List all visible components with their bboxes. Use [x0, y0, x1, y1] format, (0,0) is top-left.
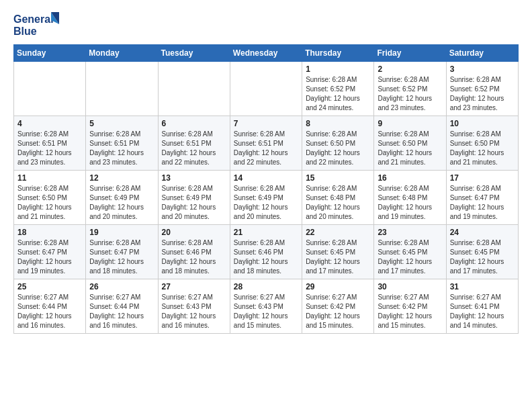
- day-cell-5: 5Sunrise: 6:28 AMSunset: 6:51 PMDaylight…: [86, 116, 158, 171]
- day-cell-25: 25Sunrise: 6:27 AMSunset: 6:44 PMDayligh…: [14, 279, 86, 334]
- day-cell-30: 30Sunrise: 6:27 AMSunset: 6:42 PMDayligh…: [374, 279, 446, 334]
- week-row-1: 1Sunrise: 6:28 AMSunset: 6:52 PMDaylight…: [14, 62, 519, 116]
- week-row-4: 18Sunrise: 6:28 AMSunset: 6:47 PMDayligh…: [14, 225, 519, 279]
- day-info: Sunrise: 6:28 AMSunset: 6:50 PMDaylight:…: [450, 130, 515, 167]
- day-cell-4: 4Sunrise: 6:28 AMSunset: 6:51 PMDaylight…: [14, 116, 86, 171]
- day-number: 12: [89, 173, 154, 183]
- day-cell-14: 14Sunrise: 6:28 AMSunset: 6:49 PMDayligh…: [230, 171, 302, 225]
- day-info: Sunrise: 6:27 AMSunset: 6:44 PMDaylight:…: [17, 293, 82, 330]
- day-info: Sunrise: 6:28 AMSunset: 6:47 PMDaylight:…: [89, 238, 154, 276]
- day-info: Sunrise: 6:28 AMSunset: 6:46 PMDaylight:…: [234, 238, 298, 276]
- day-number: 13: [162, 173, 226, 183]
- day-cell-8: 8Sunrise: 6:28 AMSunset: 6:50 PMDaylight…: [302, 116, 374, 171]
- day-number: 22: [306, 228, 370, 237]
- day-number: 18: [17, 228, 82, 237]
- day-info: Sunrise: 6:28 AMSunset: 6:46 PMDaylight:…: [162, 238, 226, 276]
- logo-svg: GeneralBlue: [13, 11, 60, 39]
- day-info: Sunrise: 6:27 AMSunset: 6:43 PMDaylight:…: [234, 293, 298, 330]
- day-cell-22: 22Sunrise: 6:28 AMSunset: 6:45 PMDayligh…: [302, 225, 374, 279]
- day-info: Sunrise: 6:28 AMSunset: 6:50 PMDaylight:…: [378, 130, 442, 167]
- weekday-header-saturday: Saturday: [446, 45, 518, 62]
- empty-cell: [86, 62, 158, 116]
- day-cell-24: 24Sunrise: 6:28 AMSunset: 6:45 PMDayligh…: [446, 225, 518, 279]
- day-cell-11: 11Sunrise: 6:28 AMSunset: 6:50 PMDayligh…: [14, 171, 86, 225]
- day-number: 29: [306, 282, 370, 291]
- day-number: 16: [378, 173, 442, 183]
- day-info: Sunrise: 6:28 AMSunset: 6:48 PMDaylight:…: [378, 184, 442, 222]
- day-number: 25: [17, 282, 82, 291]
- logo: GeneralBlue: [13, 11, 60, 39]
- day-number: 11: [17, 173, 82, 183]
- day-cell-28: 28Sunrise: 6:27 AMSunset: 6:43 PMDayligh…: [230, 279, 302, 334]
- day-cell-15: 15Sunrise: 6:28 AMSunset: 6:48 PMDayligh…: [302, 171, 374, 225]
- day-cell-3: 3Sunrise: 6:28 AMSunset: 6:52 PMDaylight…: [446, 62, 518, 116]
- svg-text:Blue: Blue: [13, 26, 37, 37]
- day-number: 20: [162, 228, 226, 237]
- day-cell-13: 13Sunrise: 6:28 AMSunset: 6:49 PMDayligh…: [158, 171, 230, 225]
- day-cell-9: 9Sunrise: 6:28 AMSunset: 6:50 PMDaylight…: [374, 116, 446, 171]
- day-cell-17: 17Sunrise: 6:28 AMSunset: 6:47 PMDayligh…: [446, 171, 518, 225]
- day-info: Sunrise: 6:28 AMSunset: 6:45 PMDaylight:…: [378, 238, 442, 276]
- day-info: Sunrise: 6:28 AMSunset: 6:51 PMDaylight:…: [162, 130, 226, 167]
- day-number: 17: [450, 173, 515, 183]
- day-info: Sunrise: 6:28 AMSunset: 6:47 PMDaylight:…: [450, 184, 515, 222]
- day-cell-26: 26Sunrise: 6:27 AMSunset: 6:44 PMDayligh…: [86, 279, 158, 334]
- day-number: 31: [450, 282, 515, 291]
- weekday-header-friday: Friday: [374, 45, 446, 62]
- day-number: 2: [378, 64, 442, 74]
- empty-cell: [230, 62, 302, 116]
- day-info: Sunrise: 6:28 AMSunset: 6:49 PMDaylight:…: [162, 184, 226, 222]
- day-cell-20: 20Sunrise: 6:28 AMSunset: 6:46 PMDayligh…: [158, 225, 230, 279]
- day-cell-31: 31Sunrise: 6:27 AMSunset: 6:41 PMDayligh…: [446, 279, 518, 334]
- day-info: Sunrise: 6:27 AMSunset: 6:41 PMDaylight:…: [450, 293, 515, 330]
- weekday-header-sunday: Sunday: [14, 45, 86, 62]
- header: GeneralBlue: [13, 11, 519, 39]
- day-cell-16: 16Sunrise: 6:28 AMSunset: 6:48 PMDayligh…: [374, 171, 446, 225]
- day-number: 21: [234, 228, 298, 237]
- day-number: 27: [162, 282, 226, 291]
- week-row-3: 11Sunrise: 6:28 AMSunset: 6:50 PMDayligh…: [14, 171, 519, 225]
- day-number: 19: [89, 228, 154, 237]
- day-info: Sunrise: 6:28 AMSunset: 6:49 PMDaylight:…: [89, 184, 154, 222]
- day-info: Sunrise: 6:28 AMSunset: 6:51 PMDaylight:…: [234, 130, 298, 167]
- weekday-header-monday: Monday: [86, 45, 158, 62]
- empty-cell: [158, 62, 230, 116]
- day-number: 14: [234, 173, 298, 183]
- page: GeneralBlue SundayMondayTuesdayWednesday…: [0, 0, 532, 411]
- day-number: 3: [450, 64, 515, 74]
- day-info: Sunrise: 6:28 AMSunset: 6:52 PMDaylight:…: [378, 75, 442, 113]
- week-row-2: 4Sunrise: 6:28 AMSunset: 6:51 PMDaylight…: [14, 116, 519, 171]
- day-info: Sunrise: 6:28 AMSunset: 6:47 PMDaylight:…: [17, 238, 82, 276]
- day-info: Sunrise: 6:27 AMSunset: 6:42 PMDaylight:…: [306, 293, 370, 330]
- day-info: Sunrise: 6:28 AMSunset: 6:50 PMDaylight:…: [306, 130, 370, 167]
- day-number: 6: [162, 119, 226, 128]
- svg-text:General: General: [13, 13, 54, 25]
- day-cell-6: 6Sunrise: 6:28 AMSunset: 6:51 PMDaylight…: [158, 116, 230, 171]
- day-number: 5: [89, 119, 154, 128]
- day-cell-27: 27Sunrise: 6:27 AMSunset: 6:43 PMDayligh…: [158, 279, 230, 334]
- day-info: Sunrise: 6:28 AMSunset: 6:50 PMDaylight:…: [17, 184, 82, 222]
- day-number: 26: [89, 282, 154, 291]
- week-row-5: 25Sunrise: 6:27 AMSunset: 6:44 PMDayligh…: [14, 279, 519, 334]
- day-info: Sunrise: 6:27 AMSunset: 6:43 PMDaylight:…: [162, 293, 226, 330]
- day-info: Sunrise: 6:28 AMSunset: 6:52 PMDaylight:…: [450, 75, 515, 113]
- day-info: Sunrise: 6:27 AMSunset: 6:42 PMDaylight:…: [378, 293, 442, 330]
- weekday-header-row: SundayMondayTuesdayWednesdayThursdayFrid…: [14, 45, 519, 62]
- day-cell-19: 19Sunrise: 6:28 AMSunset: 6:47 PMDayligh…: [86, 225, 158, 279]
- day-info: Sunrise: 6:28 AMSunset: 6:51 PMDaylight:…: [89, 130, 154, 167]
- day-cell-29: 29Sunrise: 6:27 AMSunset: 6:42 PMDayligh…: [302, 279, 374, 334]
- day-number: 9: [378, 119, 442, 128]
- calendar: SundayMondayTuesdayWednesdayThursdayFrid…: [13, 44, 519, 334]
- weekday-header-tuesday: Tuesday: [158, 45, 230, 62]
- day-number: 28: [234, 282, 298, 291]
- day-cell-21: 21Sunrise: 6:28 AMSunset: 6:46 PMDayligh…: [230, 225, 302, 279]
- day-cell-7: 7Sunrise: 6:28 AMSunset: 6:51 PMDaylight…: [230, 116, 302, 171]
- day-number: 15: [306, 173, 370, 183]
- day-cell-2: 2Sunrise: 6:28 AMSunset: 6:52 PMDaylight…: [374, 62, 446, 116]
- day-number: 4: [17, 119, 82, 128]
- day-cell-23: 23Sunrise: 6:28 AMSunset: 6:45 PMDayligh…: [374, 225, 446, 279]
- day-info: Sunrise: 6:28 AMSunset: 6:45 PMDaylight:…: [450, 238, 515, 276]
- weekday-header-thursday: Thursday: [302, 45, 374, 62]
- day-number: 10: [450, 119, 515, 128]
- day-info: Sunrise: 6:28 AMSunset: 6:52 PMDaylight:…: [306, 75, 370, 113]
